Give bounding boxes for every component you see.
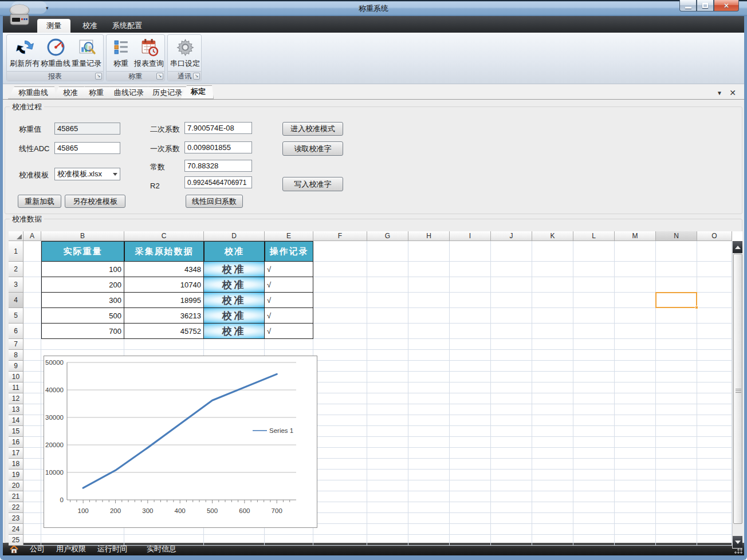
cell-raw-data[interactable]: 18995: [124, 293, 204, 308]
app-logo-scale-icon[interactable]: [5, 2, 34, 29]
cell-operation-record[interactable]: √: [265, 277, 313, 293]
table-header-cell[interactable]: 实际重量: [41, 241, 124, 262]
report-query-button[interactable]: 报表查询: [133, 36, 164, 70]
column-header-N[interactable]: N: [656, 231, 697, 241]
table-header-cell[interactable]: 校准: [204, 241, 265, 262]
calibration-spreadsheet[interactable]: 0100002000030000400005000010020030040050…: [9, 231, 742, 550]
maximize-button[interactable]: [697, 0, 714, 11]
serial-port-button[interactable]: 串口设定: [170, 36, 200, 70]
row-header-16[interactable]: 16: [9, 437, 23, 448]
row-header-2[interactable]: 2: [9, 262, 23, 277]
table-header-cell[interactable]: 采集原始数据: [124, 241, 204, 262]
column-header-D[interactable]: D: [204, 231, 265, 241]
row-header-9[interactable]: 9: [9, 361, 23, 372]
row-header-18[interactable]: 18: [9, 459, 23, 470]
row-header-1[interactable]: 1: [9, 241, 23, 262]
fill-handle[interactable]: [695, 306, 698, 309]
column-header-M[interactable]: M: [615, 231, 656, 241]
column-header-A[interactable]: A: [23, 231, 41, 241]
cell-operation-record[interactable]: √: [265, 262, 313, 277]
row-header-7[interactable]: 7: [9, 339, 23, 350]
column-header-C[interactable]: C: [124, 231, 204, 241]
row-header-8[interactable]: 8: [9, 350, 23, 361]
linear-adc-field[interactable]: [54, 142, 120, 154]
dialog-launcher-icon[interactable]: ↘: [156, 73, 163, 80]
cell-raw-data[interactable]: 4348: [124, 262, 204, 277]
weigh-button[interactable]: 称重: [109, 36, 133, 70]
column-header-E[interactable]: E: [265, 231, 313, 241]
calibrate-cell-button[interactable]: 校准: [204, 308, 265, 324]
dialog-launcher-icon[interactable]: ↘: [193, 73, 200, 80]
row-header-20[interactable]: 20: [9, 480, 23, 491]
cell-actual-weight[interactable]: 500: [41, 308, 124, 324]
ribbon-tab-measure[interactable]: 测量: [37, 19, 70, 33]
refresh-all-button[interactable]: 刷新所有: [10, 36, 40, 70]
column-header-F[interactable]: F: [313, 231, 367, 241]
column-header-H[interactable]: H: [408, 231, 450, 241]
linear-coef-field[interactable]: [184, 141, 252, 153]
calibrate-cell-button[interactable]: 校准: [204, 277, 265, 293]
calibration-template-select[interactable]: 校准模板.xlsx: [54, 168, 120, 180]
scroll-down-button[interactable]: [733, 536, 742, 548]
cell-actual-weight[interactable]: 300: [41, 293, 124, 308]
row-header-25[interactable]: 25: [9, 535, 23, 546]
cell-actual-weight[interactable]: 100: [41, 262, 124, 277]
scrollbar-thumb[interactable]: [733, 254, 742, 524]
save-template-as-button[interactable]: 另存校准模板: [65, 195, 125, 208]
cell-operation-record[interactable]: √: [265, 324, 313, 339]
linear-regression-button[interactable]: 线性回归系数: [186, 195, 243, 208]
read-calibration-word-button[interactable]: 读取校准字: [282, 141, 343, 156]
vertical-scrollbar[interactable]: [732, 241, 742, 549]
row-header-6[interactable]: 6: [9, 324, 23, 339]
enter-calibration-mode-button[interactable]: 进入校准模式: [282, 122, 343, 136]
weight-records-button[interactable]: 重量记录: [72, 36, 101, 70]
tab-close-icon[interactable]: ✕: [729, 88, 736, 97]
row-header-11[interactable]: 11: [9, 382, 23, 393]
tab-weigh-curve[interactable]: 称重曲线: [8, 86, 56, 99]
cell-actual-weight[interactable]: 700: [41, 324, 124, 339]
column-header-K[interactable]: K: [532, 231, 573, 241]
row-header-19[interactable]: 19: [9, 470, 23, 480]
cell-raw-data[interactable]: 10740: [124, 277, 204, 293]
row-header-13[interactable]: 13: [9, 404, 23, 415]
column-header-I[interactable]: I: [450, 231, 491, 241]
row-header-12[interactable]: 12: [9, 393, 23, 404]
minimize-button[interactable]: [679, 0, 697, 11]
weight-value-field[interactable]: [54, 123, 120, 135]
cell-operation-record[interactable]: √: [265, 293, 313, 308]
calibrate-cell-button[interactable]: 校准: [204, 324, 265, 339]
calibration-chart[interactable]: 0100002000030000400005000010020030040050…: [44, 356, 317, 528]
row-header-21[interactable]: 21: [9, 491, 23, 502]
cell-actual-weight[interactable]: 200: [41, 277, 124, 293]
calibrate-cell-button[interactable]: 校准: [204, 293, 265, 308]
column-header-J[interactable]: J: [491, 231, 532, 241]
row-header-22[interactable]: 22: [9, 502, 23, 513]
table-header-cell[interactable]: 操作记录: [265, 241, 313, 262]
row-header-5[interactable]: 5: [9, 308, 23, 324]
quadratic-coef-field[interactable]: [184, 122, 252, 134]
column-header-G[interactable]: G: [367, 231, 408, 241]
selected-cell-N4[interactable]: [655, 292, 697, 308]
ribbon-tab-system-config[interactable]: 系统配置: [103, 19, 151, 33]
calibrate-cell-button[interactable]: 校准: [204, 262, 265, 277]
weigh-curve-button[interactable]: 称重曲线: [41, 36, 70, 70]
row-header-15[interactable]: 15: [9, 426, 23, 437]
cell-raw-data[interactable]: 45752: [124, 324, 204, 339]
reload-button[interactable]: 重新加载: [18, 195, 61, 208]
select-all-corner[interactable]: [9, 231, 23, 241]
ribbon-tab-calibrate[interactable]: 校准: [73, 19, 107, 33]
column-header-L[interactable]: L: [573, 231, 615, 241]
dialog-launcher-icon[interactable]: ↘: [95, 73, 102, 80]
row-header-23[interactable]: 23: [9, 513, 23, 524]
r2-field[interactable]: [184, 176, 252, 188]
row-header-14[interactable]: 14: [9, 415, 23, 426]
row-header-3[interactable]: 3: [9, 277, 23, 293]
cell-raw-data[interactable]: 36213: [124, 308, 204, 324]
tab-list-dropdown-icon[interactable]: ▼: [717, 90, 722, 96]
column-header-B[interactable]: B: [41, 231, 124, 241]
scroll-up-button[interactable]: [733, 241, 742, 253]
write-calibration-word-button[interactable]: 写入校准字: [282, 177, 343, 191]
column-header-O[interactable]: O: [697, 231, 732, 241]
row-header-17[interactable]: 17: [9, 448, 23, 459]
row-header-10[interactable]: 10: [9, 372, 23, 382]
